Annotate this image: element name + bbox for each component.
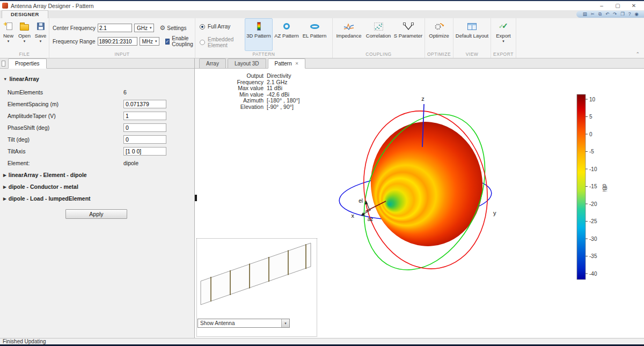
qat-community-icon[interactable]: ◉: [635, 11, 639, 18]
window-title: Antenna Array Designer - Pattern: [11, 3, 594, 9]
svg-text:10: 10: [589, 97, 596, 102]
tilt-axis-input[interactable]: [123, 147, 166, 156]
el-pattern-button[interactable]: EL Pattern: [301, 18, 328, 51]
colorbar-ticks: [586, 99, 588, 274]
svg-text:0: 0: [589, 131, 592, 137]
ribbon-section-export: ✓ ✓ Export ▾ EXPORT: [491, 18, 516, 58]
minimize-button[interactable]: –: [594, 2, 610, 10]
open-folder-icon: [20, 24, 29, 31]
svg-text:-25: -25: [589, 218, 597, 224]
correlation-button[interactable]: Correlation: [364, 18, 393, 51]
qat-copy-icon[interactable]: ⧉: [598, 11, 602, 18]
dropdown-arrow-icon: ▾: [40, 40, 42, 42]
tab-layout-3d[interactable]: Layout 3D: [228, 58, 266, 68]
ribbon-section-pattern: Full Array Embedded Element 3D Pattern A…: [195, 18, 333, 58]
optimize-button[interactable]: Optimize: [425, 18, 453, 51]
new-button[interactable]: + New ▾: [1, 18, 16, 51]
tilt-input[interactable]: [123, 135, 166, 144]
qat-help-icon[interactable]: ?: [628, 11, 631, 18]
center-frequency-label: Center Frequency: [53, 25, 96, 31]
qat-undo-icon[interactable]: ↶: [605, 11, 609, 18]
section-label-optimize: OPTIMIZE: [425, 51, 453, 58]
center-frequency-input[interactable]: [98, 24, 132, 32]
new-document-icon: +: [5, 22, 12, 31]
impedance-button[interactable]: Impedance: [334, 18, 364, 51]
correlation-dots-icon: [374, 23, 383, 31]
maximize-button[interactable]: ▢: [610, 2, 626, 10]
workspace: Properties ▼ linearArray NumElements 6 E…: [0, 58, 644, 338]
tab-designer[interactable]: DESIGNER: [2, 10, 48, 18]
pattern-canvas: OutputDirectivity Frequency2.1 GHz Max v…: [195, 69, 644, 338]
svg-text:-10: -10: [589, 166, 597, 172]
element-spacing-input[interactable]: [123, 100, 166, 108]
status-text: Finished Updating: [3, 338, 46, 344]
qat-save-icon[interactable]: ▤: [583, 11, 587, 18]
properties-form: ▼ linearArray NumElements 6 ElementSpaci…: [0, 69, 194, 338]
s-parameter-curve-icon: [403, 23, 414, 31]
az-pattern-button[interactable]: AZ Pattern: [273, 18, 301, 51]
ribbon-section-file: + New ▾ Open ▾ Save ▾ FILE: [0, 18, 49, 58]
antenna-array-preview: [197, 239, 317, 325]
properties-panel: Properties ▼ linearArray NumElements 6 E…: [0, 58, 194, 338]
dropdown-arrow-icon: ▾: [24, 40, 26, 42]
pattern-3d-button[interactable]: 3D Pattern: [245, 18, 273, 51]
panel-dock-icon[interactable]: [2, 61, 5, 67]
ribbon-tab-row: DESIGNER ▤ ✂ ⧉ ↶ ↷ ❐ ? ◉: [0, 10, 644, 18]
checkbox-checked-icon: ✓: [165, 39, 170, 45]
app-icon: [2, 3, 8, 9]
phase-shift-input[interactable]: [123, 123, 166, 132]
amplitude-taper-input[interactable]: [123, 112, 166, 120]
colorbar-tick-labels: 10 5 0 -5 -10 -15 -20 -25 -30 -35 -40: [589, 97, 597, 277]
group-conductor-metal[interactable]: ▶ dipole - Conductor - metal: [3, 182, 194, 191]
colorbar-unit-label: dBi: [602, 184, 608, 192]
group-element-dipole[interactable]: ▶ linearArray - Element - dipole: [3, 171, 194, 179]
tab-properties[interactable]: Properties: [8, 58, 47, 69]
svg-text:-40: -40: [589, 271, 597, 277]
enable-coupling-checkbox[interactable]: ✓ Enable Coupling: [165, 35, 195, 47]
show-antenna-dropdown[interactable]: Show Antenna ▾: [197, 319, 290, 328]
ribbon-filler: ⌃: [516, 18, 644, 58]
save-button[interactable]: Save ▾: [33, 18, 48, 51]
tab-array[interactable]: Array: [199, 58, 226, 68]
ribbon-section-optimize: Optimize OPTIMIZE: [425, 18, 453, 58]
s-parameter-button[interactable]: S Parameter: [393, 18, 423, 51]
group-load-lumped-element[interactable]: ▶ dipole - Load - lumpedElement: [3, 194, 194, 203]
qat-window-icon[interactable]: ❐: [620, 11, 625, 18]
svg-text:-30: -30: [589, 236, 597, 242]
apply-button[interactable]: Apply: [65, 209, 127, 219]
collapse-arrow-icon: ▼: [3, 77, 7, 82]
section-label-view: VIEW: [453, 51, 491, 58]
qat-cut-icon[interactable]: ✂: [591, 11, 595, 18]
qat-redo-icon[interactable]: ↷: [613, 11, 617, 18]
ribbon-section-view: Default Layout VIEW: [453, 18, 491, 58]
document-tab-row: Array Layout 3D Pattern ✕: [195, 58, 644, 69]
export-button[interactable]: ✓ ✓ Export ▾: [491, 18, 516, 51]
gear-icon: ⚙: [160, 25, 166, 31]
frequency-range-unit-select[interactable]: MHz ▾: [140, 37, 159, 46]
dropdown-arrow-icon: ▾: [502, 40, 504, 42]
full-array-radio[interactable]: Full Array: [200, 24, 244, 30]
impedance-plot-icon: [343, 23, 354, 31]
z-axis-label: z: [421, 95, 425, 102]
close-tab-icon[interactable]: ✕: [295, 59, 299, 68]
chevron-down-icon: ▾: [155, 39, 157, 43]
group-linear-array[interactable]: ▼ linearArray: [3, 75, 194, 83]
default-layout-button[interactable]: Default Layout: [454, 18, 491, 51]
embedded-element-radio[interactable]: Embedded Element: [200, 36, 244, 48]
tab-pattern[interactable]: Pattern ✕: [268, 58, 306, 69]
ribbon-section-input: Center Frequency GHz ▾ ⚙ Settings Freque…: [49, 18, 195, 58]
titlebar: Antenna Array Designer - Pattern – ▢ ✕: [0, 1, 644, 10]
dropdown-arrow-icon: ▾: [8, 40, 10, 42]
open-button[interactable]: Open ▾: [17, 18, 32, 51]
svg-text:-20: -20: [589, 201, 597, 207]
save-floppy-icon: [37, 23, 45, 30]
center-frequency-unit-select[interactable]: GHz ▾: [134, 24, 154, 32]
settings-button[interactable]: ⚙ Settings: [160, 25, 187, 31]
frequency-range-input[interactable]: [98, 37, 137, 46]
collapse-ribbon-icon[interactable]: ⌃: [635, 51, 640, 57]
num-elements-value: 6: [123, 89, 127, 95]
field-phase-shift: PhaseShift (deg): [0, 122, 194, 134]
close-button[interactable]: ✕: [626, 2, 642, 10]
ribbon-section-coupling: Impedance Correlation: [333, 18, 425, 58]
colorbar-3d-icon: [257, 22, 261, 31]
